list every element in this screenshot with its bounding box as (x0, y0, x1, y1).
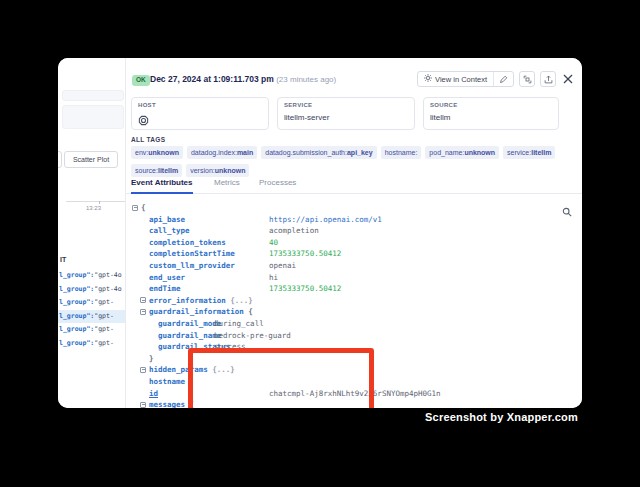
attribute-value: during_call (214, 318, 264, 329)
attribute-key[interactable]: guardrail_information { (149, 306, 253, 317)
export-button[interactable] (540, 71, 556, 87)
edit-button[interactable] (493, 72, 513, 86)
brace: [ (185, 400, 194, 408)
attribute-value: 40 (269, 237, 278, 248)
row-value: "gpt- (94, 325, 114, 333)
panel-header: OK Dec 27, 2024 at 1:09:11.703 pm (23 mi… (126, 58, 582, 92)
attribute-row: completionStartTime1735333750.50412 (126, 248, 582, 259)
tag-pill[interactable]: datadog.submission_auth:api_key (261, 146, 376, 159)
background-filter-box (62, 105, 124, 129)
tag-pill[interactable]: service:litellm (503, 146, 555, 159)
attribute-value: hi (269, 272, 278, 283)
scatter-plot-button[interactable]: Scatter Plot (64, 151, 118, 168)
collapse-toggle-icon[interactable] (140, 309, 146, 315)
service-label: SERVICE (284, 102, 312, 108)
attribute-key[interactable]: error_information {...} (149, 295, 253, 306)
view-in-context-label: View in Context (435, 75, 487, 84)
search-icon[interactable] (562, 203, 572, 221)
attribute-row: custom_llm_provideropenai (126, 260, 582, 271)
chart-axis-tick-label: 13:23 (86, 205, 101, 211)
view-in-context-button[interactable]: View in Context (418, 72, 493, 86)
attribute-row: messages [ (126, 399, 582, 408)
list-item[interactable]: l_group":"gpt- (58, 296, 125, 310)
model-group-list: l_group":"gpt-4ol_group":"gpt-4ol_group"… (58, 269, 125, 351)
row-value: "gpt- (94, 312, 114, 320)
list-item[interactable]: l_group":"gpt- (58, 337, 125, 351)
tag-pill[interactable]: hostname: (381, 146, 422, 159)
row-key: l_group": (59, 298, 94, 306)
underlying-page: Scatter Plot 13:23 IT l_group":"gpt-4ol_… (58, 58, 125, 408)
row-key: l_group": (59, 285, 94, 293)
list-item[interactable]: l_group":"gpt-4o (58, 269, 125, 283)
row-value: "gpt-4o (94, 285, 121, 293)
event-attributes-tree: {api_basehttps://api.openai.com/v1call_t… (126, 196, 582, 408)
collapse-toggle-icon[interactable] (140, 367, 146, 373)
attribute-key: hostname (149, 376, 269, 387)
collapse-toggle-icon[interactable] (140, 297, 146, 303)
service-value: litellm-server (284, 113, 329, 122)
app-window: Scatter Plot 13:23 IT l_group":"gpt-4ol_… (58, 58, 582, 408)
tab-processes[interactable]: Processes (259, 176, 296, 194)
attribute-key: endTime (149, 283, 269, 294)
attribute-row: completion_tokens40 (126, 237, 582, 248)
row-value: "gpt- (94, 298, 114, 306)
related-traces-button[interactable] (519, 71, 535, 87)
list-item[interactable]: l_group":"gpt-4o (58, 283, 125, 297)
attribute-key: custom_llm_provider (149, 260, 269, 271)
tag-pill[interactable]: env:unknown (131, 146, 183, 159)
partial-column-header: IT (60, 256, 66, 263)
brace: {...} (208, 365, 235, 374)
attribute-value-link[interactable]: https://api.openai.com/v1 (269, 214, 382, 225)
cut-off-button[interactable] (58, 151, 62, 168)
attribute-value: success (214, 341, 246, 352)
attribute-key: api_base (149, 214, 269, 225)
collapse-toggle-icon[interactable] (140, 402, 146, 408)
chart-x-axis (66, 201, 125, 202)
list-item[interactable]: l_group":"gpt- (58, 323, 125, 337)
view-in-context-group: View in Context (417, 71, 514, 87)
attribute-row: idchatcmpl-Aj8rxhNLht9v2J6rSNYOmp4pH0G1n (126, 388, 582, 399)
close-icon (563, 70, 573, 88)
attribute-row: hidden_params {...} (126, 364, 582, 375)
attribute-row: api_basehttps://api.openai.com/v1 (126, 214, 582, 225)
attribute-row: guardrail_namebedrock-pre-guard (126, 330, 582, 341)
brace: { (141, 203, 146, 212)
row-value: "gpt- (94, 339, 114, 347)
attribute-value: acompletion (269, 225, 319, 236)
attribute-row: end_userhi (126, 272, 582, 283)
attribute-row: error_information {...} (126, 295, 582, 306)
attribute-key: end_user (149, 272, 269, 283)
attribute-value: chatcmpl-Aj8rxhNLht9v2J6rSNYOmp4pH0G1n (269, 388, 441, 399)
host-box: HOST (131, 97, 269, 130)
attribute-key[interactable]: messages [ (149, 399, 194, 408)
attribute-row: endTime1735333750.50412 (126, 283, 582, 294)
gear-icon (424, 74, 432, 84)
list-item[interactable]: l_group":"gpt- (58, 310, 125, 324)
attribute-key[interactable]: { (141, 202, 146, 213)
attribute-key: completion_tokens (149, 237, 269, 248)
attribute-value: 1735333750.50412 (269, 283, 341, 294)
status-badge: OK (132, 75, 150, 86)
attribute-key[interactable]: hidden_params {...} (149, 364, 235, 375)
row-key: l_group": (59, 325, 94, 333)
attribute-row: call_typeacompletion (126, 225, 582, 236)
attribute-value: bedrock-pre-guard (214, 330, 291, 341)
watermark: Screenshot by Xnapper.com (425, 411, 578, 423)
attribute-key[interactable]: } (149, 353, 154, 364)
attribute-row: guardrail_information { (126, 306, 582, 317)
close-button[interactable] (561, 72, 575, 86)
tag-pill[interactable]: datadog.index:main (187, 146, 257, 159)
attribute-key: guardrail_status (158, 341, 214, 352)
pencil-icon (499, 70, 508, 88)
tag-pill[interactable]: pod_name:unknown (425, 146, 499, 159)
row-key: l_group": (59, 271, 94, 279)
tab-event-attributes[interactable]: Event Attributes (131, 176, 193, 194)
attribute-row: } (126, 353, 582, 364)
event-detail-panel: OK Dec 27, 2024 at 1:09:11.703 pm (23 mi… (125, 58, 582, 408)
header-controls: View in Context (417, 71, 575, 87)
all-tags-label: ALL TAGS (131, 136, 165, 143)
source-label: SOURCE (430, 102, 457, 108)
collapse-toggle-icon[interactable] (132, 205, 138, 211)
attribute-key: id (149, 388, 269, 399)
tab-metrics[interactable]: Metrics (214, 176, 240, 194)
